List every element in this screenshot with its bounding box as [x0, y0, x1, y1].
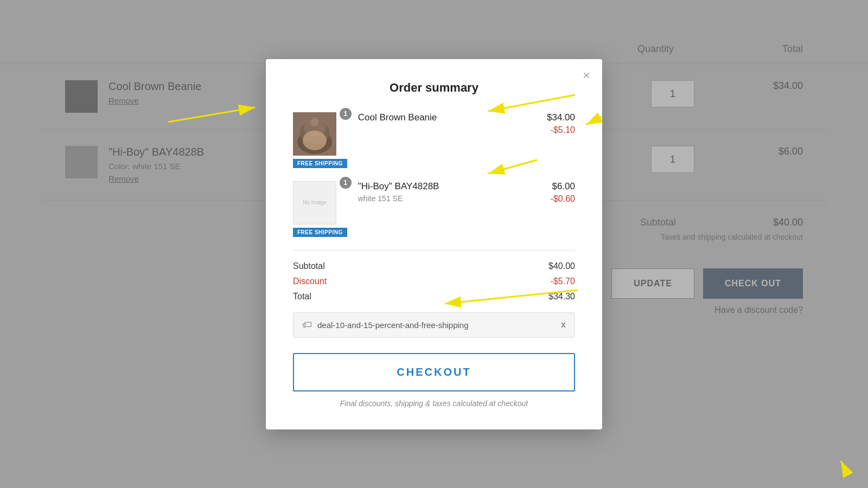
modal-item-image-1 — [293, 112, 336, 156]
order-summary-modal: × Order summary — [266, 59, 602, 429]
modal-item-price-2: $6.00 -$0.60 — [551, 181, 575, 204]
modal-item-name-1: Cool Brown Beanie — [358, 112, 547, 123]
modal-total-row: Total $34.30 — [293, 292, 575, 301]
modal-price-original-1: $34.00 — [547, 112, 575, 123]
free-shipping-badge-1: FREE SHIPPING — [293, 159, 347, 168]
coupon-remove-button[interactable]: x — [561, 320, 566, 330]
modal-price-discount-2: -$0.60 — [551, 194, 575, 204]
modal-total-label: Total — [293, 292, 311, 301]
item-badge-count-1: 1 — [340, 108, 352, 120]
modal-item-name-2: "Hi-Boy" BAY4828B — [358, 181, 551, 192]
coupon-icon: 🏷 — [302, 319, 312, 331]
modal-discount-value: -$5.70 — [551, 277, 575, 286]
modal-price-discount-1: -$5.10 — [547, 125, 575, 135]
modal-item-image-2: No Image — [293, 181, 336, 224]
modal-divider — [293, 250, 575, 251]
modal-footnote: Final discounts, shipping & taxes calcul… — [293, 399, 575, 408]
svg-point-5 — [303, 131, 327, 150]
modal-subtotal-value: $40.00 — [548, 261, 575, 271]
modal-checkout-button[interactable]: CHECKOUT — [293, 353, 575, 391]
modal-item-variant-2: white 151 SE — [358, 194, 551, 203]
svg-point-4 — [310, 118, 319, 126]
modal-item-img-wrap-1: 1 FREE SHIPPING — [293, 112, 347, 168]
coupon-row: 🏷 deal-10-and-15-percent-and-free-shippi… — [293, 312, 575, 338]
modal-item-price-1: $34.00 -$5.10 — [547, 112, 575, 135]
modal-subtotal-label: Subtotal — [293, 261, 325, 271]
modal-discount-label: Discount — [293, 277, 327, 286]
modal-item-1: 1 FREE SHIPPING Cool Brown Beanie $34.00… — [293, 112, 575, 168]
item-badge-count-2: 1 — [340, 177, 352, 189]
modal-discount-row: Discount -$5.70 — [293, 277, 575, 286]
modal-title: Order summary — [293, 81, 575, 95]
modal-subtotal-row: Subtotal $40.00 — [293, 261, 575, 271]
modal-item-img-wrap-2: No Image 1 FREE SHIPPING — [293, 181, 347, 237]
modal-close-button[interactable]: × — [583, 69, 590, 82]
modal-price-original-2: $6.00 — [551, 181, 575, 192]
free-shipping-badge-2: FREE SHIPPING — [293, 228, 347, 237]
modal-item-details-2: "Hi-Boy" BAY4828B white 151 SE — [358, 181, 551, 205]
coupon-code-text: deal-10-and-15-percent-and-free-shipping — [317, 320, 561, 330]
modal-item-details-1: Cool Brown Beanie — [358, 112, 547, 125]
modal-total-value: $34.30 — [548, 292, 575, 301]
modal-overlay: × Order summary — [0, 0, 868, 488]
modal-item-2: No Image 1 FREE SHIPPING "Hi-Boy" BAY482… — [293, 181, 575, 237]
